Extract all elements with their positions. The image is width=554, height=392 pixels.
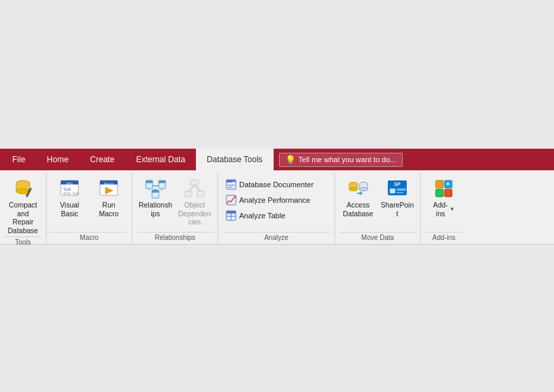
ribbon-tabs: File Home Create External Data Database … xyxy=(0,149,554,170)
group-relationships: Relationships Object Dependencies Relati… xyxy=(132,173,218,244)
tab-database-tools-label: Database Tools xyxy=(207,155,263,164)
analyze-table-icon xyxy=(226,210,236,221)
group-add-ins: Add- ins ▼ Add-ins xyxy=(421,173,467,244)
run-macro-button[interactable]: Macro Run Macro xyxy=(90,174,128,223)
group-macro: VBA Sub End Sub Visual Basic Macro xyxy=(47,173,132,244)
svg-rect-39 xyxy=(226,211,236,214)
svg-point-44 xyxy=(349,188,357,191)
sharepoint-label: SharePoint xyxy=(380,201,414,218)
tab-external-data-label: External Data xyxy=(136,155,185,164)
svg-rect-27 xyxy=(185,191,192,197)
tab-database-tools[interactable]: Database Tools xyxy=(196,149,274,170)
tell-me-box[interactable]: 💡 Tell me what you want to do... xyxy=(279,153,403,167)
tab-file-label: File xyxy=(12,155,25,164)
compact-repair-label: Compact and Repair Database xyxy=(6,201,40,235)
group-analyze: Database Documenter Analyze Performance xyxy=(218,173,335,244)
analyze-table-button[interactable]: Analyze Table xyxy=(222,208,330,223)
analyze-stack: Database Documenter Analyze Performance xyxy=(222,174,330,223)
visual-basic-button[interactable]: VBA Sub End Sub Visual Basic xyxy=(51,174,89,223)
svg-line-30 xyxy=(195,185,201,191)
svg-text:Macro: Macro xyxy=(104,182,114,186)
add-ins-button[interactable]: Add- ins ▼ xyxy=(425,174,463,223)
group-move-data-items: Access Database SP SharePoint xyxy=(339,173,416,232)
compact-repair-icon xyxy=(12,178,34,199)
group-relationships-items: Relationships Object Dependencies xyxy=(136,173,213,232)
svg-rect-28 xyxy=(197,191,204,197)
group-tools: Compact and Repair Database Tools xyxy=(0,173,47,244)
tell-me-icon: 💡 xyxy=(285,155,296,165)
svg-text:End Sub: End Sub xyxy=(64,191,79,195)
add-ins-icon xyxy=(433,178,455,199)
visual-basic-icon: VBA Sub End Sub xyxy=(59,178,80,199)
title-bar xyxy=(0,0,554,149)
relationships-button[interactable]: Relationships xyxy=(136,174,174,223)
group-tools-label: Tools xyxy=(4,237,42,249)
group-relationships-label: Relationships xyxy=(136,232,213,244)
content-area xyxy=(0,245,554,392)
svg-line-29 xyxy=(188,185,195,191)
svg-rect-58 xyxy=(436,180,443,188)
analyze-performance-icon xyxy=(226,195,236,205)
svg-rect-60 xyxy=(436,189,443,197)
tell-me-text: Tell me what you want to do... xyxy=(299,155,397,164)
tab-home-label: Home xyxy=(47,155,68,164)
analyze-table-label: Analyze Table xyxy=(239,212,285,220)
access-database-label: Access Database xyxy=(343,201,374,218)
object-dependencies-label: Object Dependencies xyxy=(178,201,211,226)
add-ins-label: Add- ins xyxy=(433,201,448,218)
group-move-data-label: Move Data xyxy=(339,232,416,244)
add-ins-dropdown-arrow: ▼ xyxy=(449,206,455,212)
analyze-performance-label: Analyze Performance xyxy=(239,196,310,204)
svg-rect-26 xyxy=(191,180,199,185)
relationships-label: Relationships xyxy=(138,201,172,218)
ribbon-body: Compact and Repair Database Tools VBA Su… xyxy=(0,170,554,245)
svg-rect-56 xyxy=(397,189,406,191)
svg-text:SP: SP xyxy=(394,182,401,187)
svg-rect-17 xyxy=(146,180,153,183)
relationships-icon xyxy=(145,178,166,199)
database-documenter-button[interactable]: Database Documenter xyxy=(222,177,330,192)
group-macro-label: Macro xyxy=(51,232,128,244)
svg-rect-55 xyxy=(390,189,395,193)
run-macro-icon: Macro xyxy=(98,178,120,199)
group-move-data: Access Database SP SharePoint xyxy=(335,173,421,244)
sharepoint-icon: SP xyxy=(386,178,408,199)
group-macro-items: VBA Sub End Sub Visual Basic Macro xyxy=(51,173,128,232)
svg-point-37 xyxy=(234,196,236,198)
group-tools-items: Compact and Repair Database xyxy=(4,173,42,237)
access-database-icon xyxy=(347,178,369,199)
compact-repair-button[interactable]: Compact and Repair Database xyxy=(4,174,42,237)
group-add-ins-label: Add-ins xyxy=(425,232,463,244)
object-dependencies-button: Object Dependencies xyxy=(176,174,213,228)
tab-create[interactable]: Create xyxy=(79,149,125,170)
svg-rect-57 xyxy=(397,192,403,193)
object-dependencies-icon xyxy=(184,178,205,199)
analyze-performance-button[interactable]: Analyze Performance xyxy=(222,193,330,207)
group-add-ins-items: Add- ins ▼ xyxy=(425,173,463,232)
tab-home[interactable]: Home xyxy=(36,149,79,170)
tab-file[interactable]: File xyxy=(1,149,36,170)
svg-rect-19 xyxy=(159,180,166,183)
run-macro-label: Run Macro xyxy=(99,201,118,218)
sharepoint-button[interactable]: SP SharePoint xyxy=(378,174,416,223)
svg-text:Sub: Sub xyxy=(64,187,71,191)
svg-rect-21 xyxy=(152,190,159,193)
database-documenter-label: Database Documenter xyxy=(239,180,313,189)
svg-text:VBA: VBA xyxy=(66,182,74,186)
visual-basic-label: Visual Basic xyxy=(60,201,79,218)
svg-point-35 xyxy=(232,181,235,184)
svg-point-49 xyxy=(359,188,368,191)
access-database-button[interactable]: Access Database xyxy=(339,174,377,223)
database-documenter-icon xyxy=(226,179,236,190)
svg-rect-61 xyxy=(445,189,452,197)
group-analyze-label: Analyze xyxy=(222,232,330,244)
tab-create-label: Create xyxy=(90,155,114,164)
group-analyze-items: Database Documenter Analyze Performance xyxy=(222,173,330,232)
tab-external-data[interactable]: External Data xyxy=(125,149,196,170)
